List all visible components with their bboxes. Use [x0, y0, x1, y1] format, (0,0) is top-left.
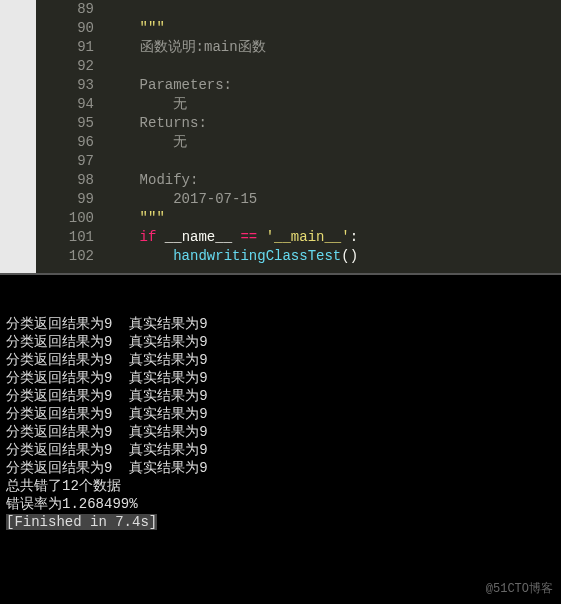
terminal-line: 分类返回结果为9 真实结果为9 — [6, 333, 555, 351]
code-line[interactable]: if __name__ == '__main__': — [106, 228, 561, 247]
code-line[interactable]: Returns: — [106, 114, 561, 133]
code-line[interactable]: """ — [106, 209, 561, 228]
watermark: @51CTO博客 — [486, 580, 553, 598]
code-line[interactable]: handwritingClassTest() — [106, 247, 561, 266]
code-content[interactable]: """ 函数说明:main函数 Parameters: 无 Returns: 无… — [106, 0, 561, 273]
line-number: 101 — [36, 228, 94, 247]
code-area[interactable]: 8990919293949596979899100101102 """ 函数说明… — [36, 0, 561, 273]
terminal-line: 分类返回结果为9 真实结果为9 — [6, 315, 555, 333]
line-number: 90 — [36, 19, 94, 38]
terminal-line: 分类返回结果为9 真实结果为9 — [6, 423, 555, 441]
line-number: 93 — [36, 76, 94, 95]
terminal-line: [Finished in 7.4s] — [6, 513, 555, 531]
terminal-line: 分类返回结果为9 真实结果为9 — [6, 369, 555, 387]
terminal-line: 分类返回结果为9 真实结果为9 — [6, 405, 555, 423]
line-number: 97 — [36, 152, 94, 171]
line-number-gutter: 8990919293949596979899100101102 — [36, 0, 106, 273]
code-line[interactable]: Parameters: — [106, 76, 561, 95]
line-number: 94 — [36, 95, 94, 114]
code-line[interactable]: 无 — [106, 133, 561, 152]
code-line[interactable]: 2017-07-15 — [106, 190, 561, 209]
terminal-line: 总共错了12个数据 — [6, 477, 555, 495]
line-number: 91 — [36, 38, 94, 57]
line-number: 92 — [36, 57, 94, 76]
terminal-line: 分类返回结果为9 真实结果为9 — [6, 387, 555, 405]
line-number: 95 — [36, 114, 94, 133]
terminal-output[interactable]: 分类返回结果为9 真实结果为9分类返回结果为9 真实结果为9分类返回结果为9 真… — [0, 275, 561, 604]
code-line[interactable] — [106, 0, 561, 19]
line-number: 89 — [36, 0, 94, 19]
editor-area: 8990919293949596979899100101102 """ 函数说明… — [0, 0, 561, 275]
minimap[interactable] — [0, 0, 36, 273]
line-number: 100 — [36, 209, 94, 228]
code-line[interactable]: Modify: — [106, 171, 561, 190]
terminal-line: 分类返回结果为9 真实结果为9 — [6, 459, 555, 477]
code-line[interactable] — [106, 152, 561, 171]
code-line[interactable]: """ — [106, 19, 561, 38]
code-line[interactable] — [106, 57, 561, 76]
line-number: 99 — [36, 190, 94, 209]
line-number: 102 — [36, 247, 94, 266]
terminal-line: 分类返回结果为9 真实结果为9 — [6, 351, 555, 369]
line-number: 96 — [36, 133, 94, 152]
code-line[interactable]: 函数说明:main函数 — [106, 38, 561, 57]
line-number: 98 — [36, 171, 94, 190]
terminal-line: 分类返回结果为9 真实结果为9 — [6, 441, 555, 459]
terminal-line: 错误率为1.268499% — [6, 495, 555, 513]
code-line[interactable]: 无 — [106, 95, 561, 114]
